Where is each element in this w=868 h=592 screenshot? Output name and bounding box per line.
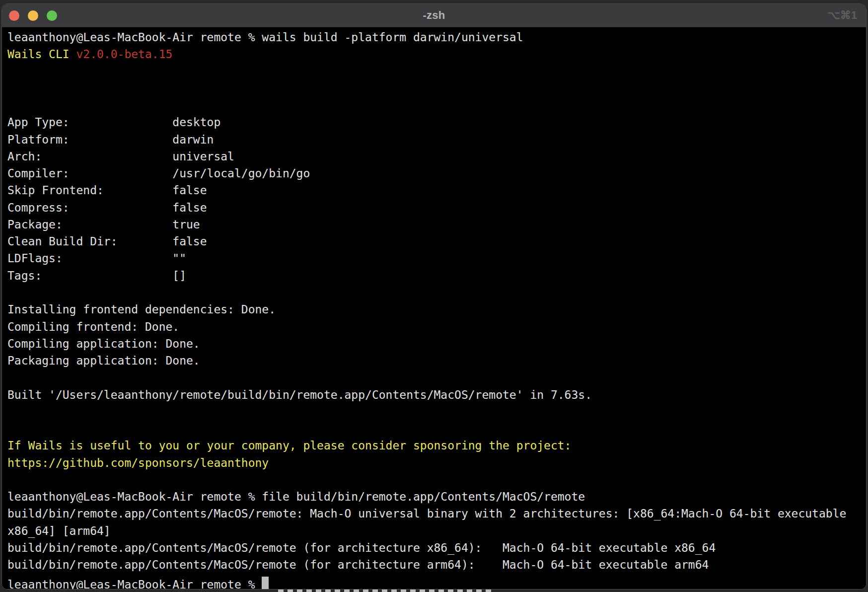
terminal-text-segment: Packaging application: Done. — [7, 354, 200, 367]
terminal-line: If Wails is useful to you or your compan… — [7, 437, 866, 454]
terminal-line: https://github.com/sponsors/leaanthony — [7, 454, 866, 471]
terminal-text-segment: Clean Build Dir: false — [7, 235, 207, 248]
terminal-line: build/bin/remote.app/Contents/MacOS/remo… — [7, 539, 866, 556]
terminal-line: x86_64] [arm64] — [7, 522, 866, 539]
window-titlebar[interactable]: -zsh ⌥⌘1 — [2, 4, 866, 27]
terminal-text-segment: If Wails is useful to you or your compan… — [7, 439, 571, 452]
terminal-text-segment: Built '/Users/leaanthony/remote/build/bi… — [7, 388, 592, 401]
terminal-line: Wails CLI v2.0.0-beta.15 — [7, 46, 866, 63]
terminal-line — [7, 97, 866, 114]
terminal-line — [7, 80, 866, 97]
terminal-line: leaanthony@Leas-MacBook-Air remote % wai… — [7, 29, 866, 46]
terminal-line: Arch: universal — [7, 148, 866, 165]
terminal-line: App Type: desktop — [7, 114, 866, 131]
terminal-line: leaanthony@Leas-MacBook-Air remote % — [7, 574, 866, 590]
terminal-text-segment: Compiler: /usr/local/go/bin/go — [7, 167, 310, 180]
terminal-text-segment: Skip Frontend: false — [7, 184, 207, 197]
terminal-line — [7, 403, 866, 420]
terminal-line: Built '/Users/leaanthony/remote/build/bi… — [7, 386, 866, 403]
terminal-line — [7, 420, 866, 437]
terminal-text-segment: Wails CLI — [7, 48, 76, 61]
close-button[interactable] — [9, 10, 19, 21]
terminal-line: Platform: darwin — [7, 131, 866, 148]
terminal-text-segment: Compress: false — [7, 201, 207, 214]
zoom-button[interactable] — [47, 10, 57, 21]
terminal-line: Compiling frontend: Done. — [7, 318, 866, 335]
terminal-line — [7, 369, 866, 386]
terminal-text-segment: Tags: [] — [7, 269, 186, 282]
terminal-line: Compiler: /usr/local/go/bin/go — [7, 165, 866, 182]
terminal-text-segment: LDFlags: "" — [7, 252, 186, 265]
window-title: -zsh — [423, 9, 445, 22]
terminal-text-segment: leaanthony@Leas-MacBook-Air remote % fil… — [7, 490, 585, 503]
terminal-line: leaanthony@Leas-MacBook-Air remote % fil… — [7, 488, 866, 505]
terminal-text-segment: App Type: desktop — [7, 116, 220, 129]
terminal-line: Packaging application: Done. — [7, 352, 866, 369]
terminal-line: build/bin/remote.app/Contents/MacOS/remo… — [7, 556, 866, 573]
terminal-line — [7, 284, 866, 301]
terminal-line: Tags: [] — [7, 267, 866, 284]
terminal-text-segment: build/bin/remote.app/Contents/MacOS/remo… — [7, 558, 709, 571]
terminal-text-segment: Platform: darwin — [7, 133, 214, 146]
terminal-text-segment: Package: true — [7, 218, 200, 231]
terminal-text-segment: https://github.com/sponsors/leaanthony — [7, 456, 269, 469]
minimize-button[interactable] — [28, 10, 38, 21]
terminal-line: Clean Build Dir: false — [7, 233, 866, 250]
terminal-output: leaanthony@Leas-MacBook-Air remote % wai… — [7, 29, 866, 589]
terminal-text-segment: x86_64] [arm64] — [7, 524, 111, 537]
window-shortcut-badge: ⌥⌘1 — [827, 9, 857, 22]
terminal-text-segment: build/bin/remote.app/Contents/MacOS/remo… — [7, 507, 846, 520]
terminal-line: build/bin/remote.app/Contents/MacOS/remo… — [7, 505, 866, 522]
terminal-line: Package: true — [7, 216, 866, 233]
terminal-text-segment: build/bin/remote.app/Contents/MacOS/remo… — [7, 541, 716, 554]
terminal-screen[interactable]: leaanthony@Leas-MacBook-Air remote % wai… — [2, 27, 866, 589]
terminal-text-segment: leaanthony@Leas-MacBook-Air remote % wai… — [7, 31, 523, 44]
terminal-window: -zsh ⌥⌘1 leaanthony@Leas-MacBook-Air rem… — [1, 3, 867, 590]
terminal-text-segment: Compiling application: Done. — [7, 337, 200, 350]
terminal-line: Compiling application: Done. — [7, 335, 866, 352]
terminal-text-segment: Arch: universal — [7, 150, 234, 163]
terminal-text-segment: leaanthony@Leas-MacBook-Air remote % — [7, 578, 262, 590]
terminal-text-segment: Installing frontend dependencies: Done. — [7, 303, 276, 316]
terminal-text-segment: Compiling frontend: Done. — [7, 320, 179, 333]
terminal-cursor — [262, 577, 269, 590]
terminal-line — [7, 471, 866, 488]
terminal-line: Compress: false — [7, 199, 866, 216]
window-controls — [9, 4, 57, 27]
terminal-line: Installing frontend dependencies: Done. — [7, 301, 866, 318]
terminal-line — [7, 63, 866, 80]
terminal-line: Skip Frontend: false — [7, 182, 866, 199]
terminal-line: LDFlags: "" — [7, 250, 866, 267]
terminal-text-segment: v2.0.0-beta.15 — [76, 48, 172, 61]
